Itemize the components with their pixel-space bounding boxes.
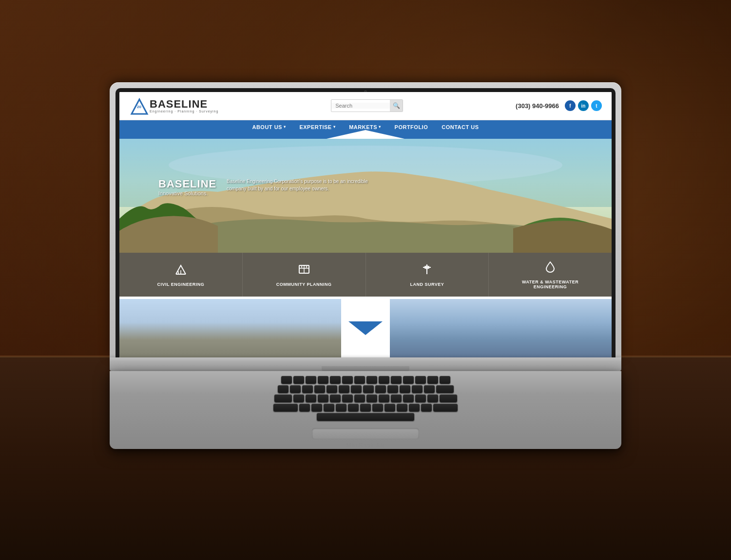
key-f10 (403, 376, 414, 384)
key-k (385, 404, 395, 411)
website: 20 BASELINE Engineering · Planning · Sur… (119, 92, 612, 357)
twitter-icon[interactable]: t (591, 100, 602, 111)
search-box[interactable]: 🔍 (331, 99, 403, 112)
key-0 (400, 385, 410, 393)
key-u (366, 394, 377, 402)
key-g (348, 404, 359, 411)
key-return (433, 404, 458, 411)
service-card-water-engineering[interactable]: WATER & WASTEWATERENGINEERING (489, 253, 612, 297)
key-6 (351, 385, 362, 393)
key-space (317, 413, 414, 421)
nav-about-us[interactable]: ABOUT US ▾ (245, 124, 292, 130)
key-tilde (278, 385, 289, 393)
nav-expertise-label: EXPERTISE (299, 124, 331, 130)
trackpad[interactable] (312, 428, 419, 439)
social-icons: f in t (565, 100, 602, 111)
key-p (403, 394, 414, 402)
land-survey-label: LAND SURVEY (410, 282, 444, 287)
key-l (397, 404, 407, 411)
key-t (342, 394, 353, 402)
key-esc (281, 376, 292, 384)
civil-engineering-label: CIVIL ENGINEERING (157, 282, 204, 287)
service-card-land-survey[interactable]: LAND SURVEY (366, 253, 489, 297)
key-a (299, 404, 310, 411)
nav-about-chevron: ▾ (284, 125, 286, 129)
key-semicolon (409, 404, 420, 411)
nav-contact-label: CONTACT US (442, 124, 479, 130)
search-input[interactable] (331, 103, 390, 109)
key-f6 (354, 376, 365, 384)
below-left-image (119, 299, 341, 357)
key-7 (363, 385, 374, 393)
search-button[interactable]: 🔍 (390, 99, 403, 112)
facebook-icon[interactable]: f (565, 100, 576, 111)
key-q (293, 394, 304, 402)
laptop-screen: 20 BASELINE Engineering · Planning · Sur… (119, 92, 612, 357)
key-power (440, 376, 450, 384)
nav-markets-label: MARKETS (349, 124, 377, 130)
key-row-2 (273, 385, 458, 393)
key-row-3 (273, 394, 458, 402)
macbook-air-label: MacBook Air (346, 442, 385, 449)
key-j (372, 404, 383, 411)
chevron-down-icon (348, 321, 383, 335)
survey-icon-svg (420, 262, 434, 276)
service-card-community-planning[interactable]: COMMUNITY PLANNING (243, 253, 366, 297)
key-f (336, 404, 346, 411)
community-planning-label: COMMUNITY PLANNING (276, 282, 332, 287)
key-f12 (427, 376, 438, 384)
twitter-label: t (596, 103, 597, 109)
key-y (354, 394, 365, 402)
water-engineering-label: WATER & WASTEWATERENGINEERING (522, 280, 578, 289)
nav-markets[interactable]: MARKETS ▾ (342, 124, 387, 130)
nav-portfolio[interactable]: PORTFOLIO (388, 124, 435, 130)
key-3 (314, 385, 325, 393)
civil-engineering-icon (174, 262, 188, 279)
nav-expertise[interactable]: EXPERTISE ▾ (292, 124, 342, 130)
nav-wrapper: ABOUT US ▾ EXPERTISE ▾ MARKETS ▾ (119, 120, 612, 139)
water-icon-svg (543, 260, 557, 274)
header-search-area: 🔍 (331, 99, 403, 112)
below-right-image (390, 299, 612, 357)
phone-number: (303) 940-9966 (516, 102, 559, 110)
civil-icon-svg (174, 262, 188, 276)
laptop-base-hinge (110, 357, 621, 371)
laptop-lid: 20 BASELINE Engineering · Planning · Sur… (110, 82, 621, 357)
below-center-chevron (341, 299, 390, 357)
logo-triangle-icon: 20 (129, 95, 150, 116)
service-cards: CIVIL ENGINEERING (119, 250, 612, 299)
key-delete (436, 385, 454, 393)
key-9 (387, 385, 398, 393)
service-card-civil-engineering[interactable]: CIVIL ENGINEERING (119, 253, 243, 297)
key-f8 (379, 376, 389, 384)
svg-text:20: 20 (137, 105, 141, 109)
key-4 (327, 385, 337, 393)
linkedin-icon[interactable]: in (578, 100, 589, 111)
trackpad-area (322, 366, 409, 371)
key-e (318, 394, 328, 402)
search-icon: 🔍 (393, 102, 400, 109)
key-f11 (415, 376, 426, 384)
key-minus (412, 385, 423, 393)
key-row-4 (273, 404, 458, 411)
facebook-label: f (569, 103, 571, 109)
key-f9 (391, 376, 402, 384)
header-right: (303) 940-9966 f in t (516, 100, 602, 111)
logo-text-block: BASELINE Engineering · Planning · Survey… (150, 99, 218, 113)
key-8 (375, 385, 386, 393)
key-row-1 (273, 376, 458, 384)
keyboard-grid (269, 371, 462, 426)
logo-company-name: BASELINE (150, 99, 218, 110)
key-f3 (318, 376, 328, 384)
key-f5 (342, 376, 353, 384)
key-w (306, 394, 316, 402)
key-2 (302, 385, 313, 393)
land-survey-icon (420, 262, 434, 279)
key-f7 (366, 376, 377, 384)
nav-portfolio-label: PORTFOLIO (395, 124, 428, 130)
nav-contact-us[interactable]: CONTACT US (435, 124, 485, 130)
key-r (330, 394, 341, 402)
logo-area[interactable]: 20 BASELINE Engineering · Planning · Sur… (129, 95, 218, 116)
nav-expertise-chevron: ▾ (333, 125, 336, 129)
key-f1 (293, 376, 304, 384)
